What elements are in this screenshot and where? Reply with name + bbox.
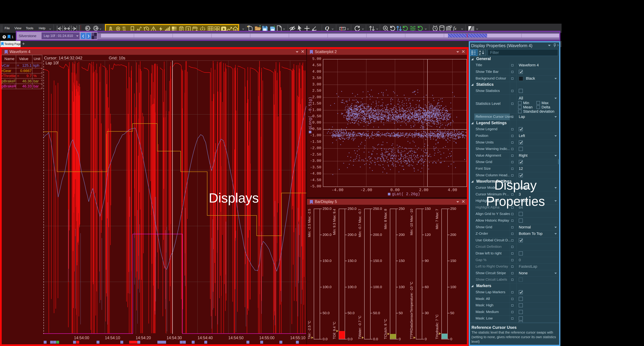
svg-text:TOil: 9.4 °C: TOil: 9.4 °C	[332, 322, 336, 339]
svg-text:THydraulic: 7 °C: THydraulic: 7 °C	[435, 314, 439, 339]
svg-text:Z: Z	[479, 53, 481, 55]
svg-text:Min: 7 Max: 7: Min: 7 Max: 7	[435, 209, 439, 229]
svg-text:Min: -10 Max: -10: Min: -10 Max: -10	[410, 209, 413, 235]
svg-text:TAir: -2.5 °C: TAir: -2.5 °C	[308, 321, 311, 339]
svg-text:A: A	[479, 50, 481, 53]
svg-text:TWater: -0.7 °C: TWater: -0.7 °C	[358, 316, 362, 339]
svg-text:TTPRDataSensorTemperature: -10: TTPRDataSensorTemperature: -10 °C	[410, 282, 413, 339]
svg-text:Min: -0.7 Max: -0.7: Min: -0.7 Max: -0.7	[358, 209, 362, 237]
svg-text:TClutch: 8 °C: TClutch: 8 °C	[384, 319, 387, 339]
svg-text:Min: -2.5 Max: -2.5: Min: -2.5 Max: -2.5	[308, 209, 311, 237]
svg-text:Min: 8 Max: 8: Min: 8 Max: 8	[384, 209, 387, 229]
svg-text:Min: 9.3 Max: 9.4: Min: 9.3 Max: 9.4	[332, 209, 336, 235]
